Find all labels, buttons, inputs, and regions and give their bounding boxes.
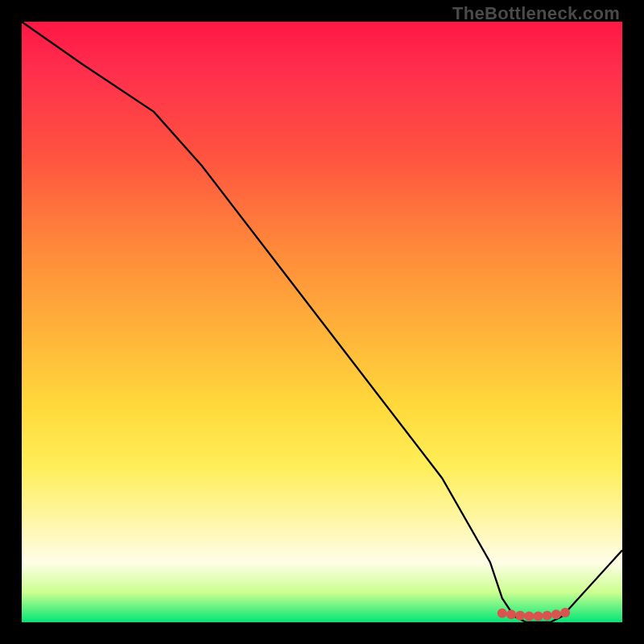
chart-frame: TheBottleneck.com (0, 0, 644, 644)
chart-marker (506, 609, 516, 619)
chart-marker (524, 612, 534, 621)
chart-markers (497, 608, 570, 621)
watermark-text: TheBottleneck.com (452, 3, 620, 24)
line-chart-svg (22, 22, 622, 622)
chart-line (22, 22, 622, 622)
chart-marker (560, 608, 570, 617)
chart-marker (515, 611, 525, 621)
plot-area (22, 22, 622, 622)
chart-marker (497, 609, 507, 618)
chart-marker (534, 612, 543, 621)
chart-marker (551, 609, 561, 619)
chart-marker (543, 611, 552, 621)
